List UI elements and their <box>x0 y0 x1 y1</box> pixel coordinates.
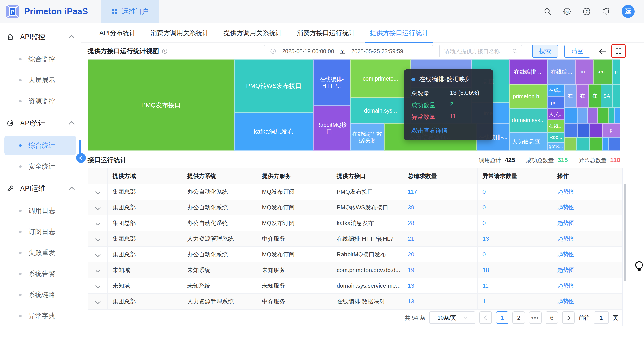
tooltip-detail-link[interactable]: 双击查看详情 <box>411 126 486 135</box>
ai-assistant-icon[interactable]: AI <box>563 7 571 16</box>
fullscreen-button-highlighted[interactable] <box>611 44 626 58</box>
treemap-cell-在线编排-HTTP...[interactable]: 在线编排-HTTP... <box>313 60 350 106</box>
user-avatar[interactable]: 运 <box>622 5 634 18</box>
treemap-cell[interactable] <box>578 123 590 137</box>
treemap-cell[interactable] <box>614 108 620 123</box>
sidebar-item-综合监控[interactable]: 综合监控 <box>4 49 76 69</box>
sidebar-item-综合统计[interactable]: 综合统计 <box>4 136 76 155</box>
total-count-link[interactable]: 13 <box>408 282 414 289</box>
tab-消费方调用关系统计[interactable]: 消费方调用关系统计 <box>146 24 214 42</box>
chevron-down-icon[interactable] <box>95 252 100 257</box>
trend-chart-link[interactable]: 趋势图 <box>557 266 575 273</box>
treemap-cell-PMQ发布接口[interactable]: PMQ发布接口 <box>88 60 234 151</box>
next-page-button[interactable] <box>562 311 575 324</box>
lightbulb-icon[interactable] <box>634 260 644 274</box>
treemap-cell-p[interactable]: p <box>612 60 620 84</box>
sidebar-item-安全统计[interactable]: 安全统计 <box>4 156 76 176</box>
total-count-link[interactable]: 19 <box>408 266 414 273</box>
date-range-picker[interactable]: 2025-05-19 00:00:00 至 2025-05-25 23:59:5… <box>264 45 433 58</box>
treemap-cell-domain.sys...[interactable]: domain.sys... <box>350 98 411 124</box>
sidebar-item-资源监控[interactable]: 资源监控 <box>4 91 76 111</box>
errors-count-link[interactable]: 0 <box>482 251 486 258</box>
treemap-cell-SA[interactable]: SA <box>601 84 612 108</box>
help-icon[interactable]: ? <box>582 8 591 16</box>
treemap-cell-在线编排-...[interactable]: 在线编排-... <box>509 60 547 84</box>
treemap-cell-在[interactable]: 在 <box>589 84 601 108</box>
sidebar-item-订阅日志[interactable]: 订阅日志 <box>4 222 76 242</box>
treemap-cell-PMQ转WS发布接口[interactable]: PMQ转WS发布接口 <box>234 60 313 112</box>
treemap-cell[interactable] <box>609 137 620 151</box>
sidebar-item-大屏展示[interactable]: 大屏展示 <box>4 70 76 90</box>
goto-page-input[interactable] <box>594 311 609 324</box>
provider-interface-search-input[interactable] <box>444 48 512 55</box>
tab-提供方接口运行统计[interactable]: 提供方接口运行统计 <box>365 24 433 42</box>
prev-page-button[interactable] <box>479 311 492 324</box>
errors-count-link[interactable]: 18 <box>482 266 489 273</box>
sidebar-group-API运维[interactable]: API运维 <box>0 178 80 200</box>
treemap-cell[interactable] <box>578 108 588 123</box>
search-icon[interactable] <box>544 8 552 16</box>
total-count-link[interactable]: 117 <box>408 188 417 195</box>
sidebar-item-异常字典[interactable]: 异常字典 <box>4 306 76 326</box>
total-count-link[interactable]: 20 <box>408 251 414 258</box>
treemap-cell-在[interactable]: 在 <box>564 84 576 108</box>
treemap-cell[interactable] <box>590 137 602 151</box>
sidebar-item-系统告警[interactable]: 系统告警 <box>4 264 76 284</box>
errors-count-link[interactable]: 13 <box>482 235 489 242</box>
sidebar-item-系统链路[interactable]: 系统链路 <box>4 285 76 305</box>
treemap-cell-primeton.h...[interactable]: primeton.h... <box>509 84 547 108</box>
treemap-cell-在线...[interactable]: 在线... <box>547 120 564 132</box>
arrow-left-icon[interactable] <box>598 47 607 56</box>
portal-tab[interactable]: 运维门户 <box>101 0 159 23</box>
treemap-cell[interactable] <box>576 137 590 151</box>
total-count-link[interactable]: 28 <box>408 220 414 226</box>
page-button-1[interactable]: 1 <box>496 311 508 324</box>
treemap-cell-com.primeto...[interactable]: com.primeto... <box>350 60 411 98</box>
treemap-cell-pri...[interactable]: pri... <box>547 96 564 109</box>
treemap-cell-人员...[interactable]: 人员... <box>547 109 564 120</box>
errors-count-link[interactable]: 0 <box>482 220 486 226</box>
treemap-cell[interactable] <box>602 137 609 151</box>
chevron-down-icon[interactable] <box>95 220 100 226</box>
clear-button[interactable]: 清空 <box>564 45 590 58</box>
treemap-cell-pri...[interactable]: pri... <box>575 60 593 84</box>
treemap-cell-在线编...[interactable]: 在线编... <box>547 60 575 84</box>
page-button-6[interactable]: 6 <box>546 311 558 324</box>
tab-消费方接口运行统计[interactable]: 消费方接口运行统计 <box>292 24 360 42</box>
chevron-down-icon[interactable] <box>95 236 100 241</box>
sidebar-group-API监控[interactable]: API监控 <box>0 26 80 48</box>
treemap-cell-在线...[interactable]: 在线... <box>547 84 564 96</box>
total-count-link[interactable]: 39 <box>408 204 414 211</box>
search-button[interactable]: 搜索 <box>532 45 558 58</box>
trend-chart-link[interactable]: 趋势图 <box>557 282 575 289</box>
treemap-cell-kafka消息发布[interactable]: kafka消息发布 <box>234 112 313 151</box>
treemap-cell[interactable] <box>588 108 598 123</box>
treemap-cell[interactable] <box>590 123 602 137</box>
chevron-down-icon[interactable] <box>95 283 100 288</box>
treemap-cell[interactable] <box>598 108 609 123</box>
chevron-down-icon[interactable] <box>95 298 100 304</box>
trend-chart-link[interactable]: 趋势图 <box>557 298 575 305</box>
treemap-cell[interactable] <box>564 123 578 137</box>
sidebar-collapse-button[interactable] <box>76 153 86 163</box>
treemap-cell[interactable] <box>564 137 576 151</box>
page-ellipsis[interactable]: ••• <box>529 311 542 324</box>
treemap-cell-人员信息查...[interactable]: 人员信息查... <box>509 132 547 151</box>
errors-count-link[interactable]: 0 <box>482 204 486 211</box>
treemap-cell-RabbitMQ接口...[interactable]: RabbitMQ接口... <box>313 106 350 151</box>
tab-API分布统计[interactable]: API分布统计 <box>94 24 141 42</box>
errors-count-link[interactable]: 11 <box>482 282 488 289</box>
treemap-cell[interactable] <box>564 108 578 123</box>
treemap-cell-Roc...[interactable]: Roc... <box>547 132 564 142</box>
sidebar-item-失败重发[interactable]: 失败重发 <box>4 243 76 262</box>
question-circle-icon[interactable]: ? <box>162 48 168 54</box>
treemap-cell-在[interactable]: 在 <box>576 84 589 108</box>
treemap-cell-domain.sys...[interactable]: domain.sys... <box>509 108 547 132</box>
treemap-cell-在线编排-数据映射[interactable]: 在线编排-数据映射 <box>350 124 384 151</box>
trend-chart-link[interactable]: 趋势图 <box>557 251 575 258</box>
sidebar-group-API统计[interactable]: API统计 <box>0 112 80 134</box>
table-scrollbar-thumb[interactable] <box>624 184 626 282</box>
trend-chart-link[interactable]: 趋势图 <box>557 188 575 195</box>
treemap-cell-getS...[interactable]: getS... <box>547 142 564 151</box>
chevron-down-icon[interactable] <box>95 205 100 210</box>
